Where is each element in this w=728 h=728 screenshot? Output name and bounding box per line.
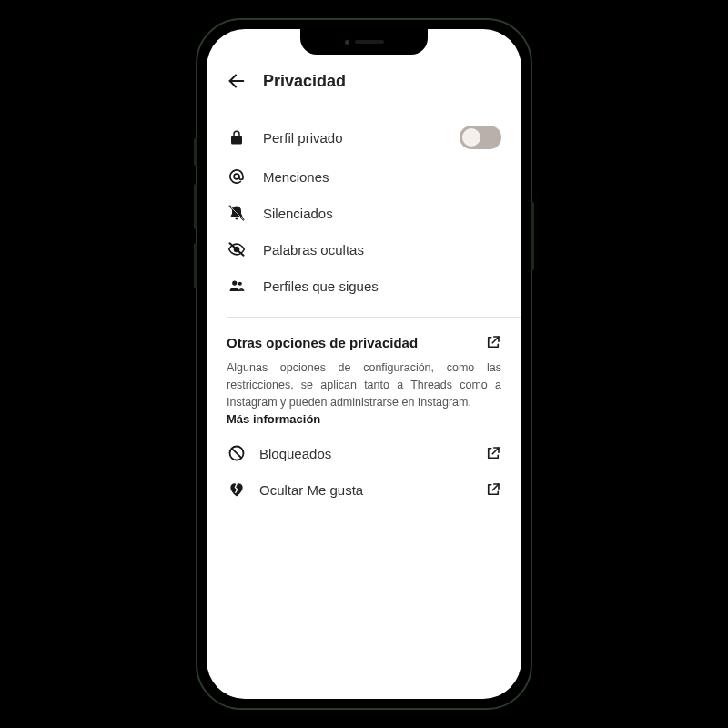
row-private-profile: Perfil privado [227, 116, 501, 158]
svg-line-8 [492, 337, 499, 343]
phone-notch [300, 29, 428, 55]
muted-label: Silenciados [263, 206, 501, 221]
header: Privacidad [227, 71, 501, 91]
page-title: Privacidad [263, 72, 346, 91]
lock-icon [227, 128, 247, 147]
bell-off-icon [227, 204, 247, 222]
svg-point-1 [234, 174, 239, 179]
other-privacy-title: Otras opciones de privacidad [227, 335, 418, 350]
blocked-label: Bloqueados [259, 446, 472, 461]
toggle-knob [462, 128, 480, 147]
svg-line-11 [492, 448, 499, 454]
row-blocked[interactable]: Bloqueados [227, 435, 501, 471]
privacy-settings-screen: Privacidad Perfil privado Menciones [207, 29, 521, 528]
block-icon [227, 444, 247, 462]
other-privacy-description: Algunas opciones de configuración, como … [227, 359, 501, 410]
back-button[interactable] [227, 71, 247, 91]
eye-off-icon [227, 240, 247, 258]
mentions-label: Menciones [263, 169, 501, 185]
hide-likes-label: Ocultar Me gusta [259, 482, 472, 498]
external-link-icon[interactable] [485, 334, 501, 350]
broken-heart-icon [227, 480, 247, 499]
phone-button-volume-down [194, 243, 197, 288]
other-privacy-header: Otras opciones de privacidad [227, 334, 501, 350]
svg-point-7 [238, 282, 242, 286]
external-link-icon [485, 445, 501, 461]
people-icon [227, 278, 247, 294]
phone-frame: Privacidad Perfil privado Menciones [196, 18, 532, 710]
phone-button-power [531, 202, 534, 270]
private-profile-toggle[interactable] [460, 126, 501, 149]
row-following-profiles[interactable]: Perfiles que sigues [227, 268, 501, 304]
more-info-link[interactable]: Más información [227, 412, 501, 426]
following-profiles-label: Perfiles que sigues [263, 278, 501, 294]
private-profile-label: Perfil privado [263, 130, 443, 146]
row-hidden-words[interactable]: Palabras ocultas [227, 231, 501, 268]
row-mentions[interactable]: Menciones [227, 158, 501, 195]
hidden-words-label: Palabras ocultas [263, 242, 501, 258]
row-muted[interactable]: Silenciados [227, 195, 501, 231]
phone-button-volume-up [194, 184, 197, 229]
arrow-left-icon [227, 71, 247, 91]
svg-point-6 [232, 280, 237, 285]
svg-line-12 [492, 484, 499, 490]
divider [227, 317, 521, 318]
phone-button-side [194, 138, 197, 166]
at-icon [227, 167, 247, 186]
phone-screen: Privacidad Perfil privado Menciones [207, 29, 521, 699]
external-link-icon [485, 481, 501, 498]
row-hide-likes[interactable]: Ocultar Me gusta [227, 471, 501, 508]
svg-line-10 [232, 449, 242, 459]
